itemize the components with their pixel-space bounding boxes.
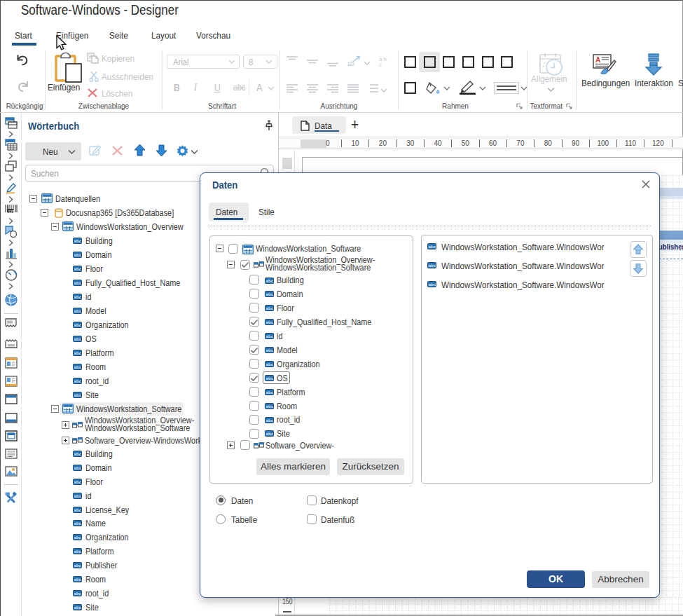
svg-text:A: A [595, 56, 600, 64]
svg-text:c: c [379, 62, 382, 67]
svg-text:125: 125 [8, 210, 15, 214]
